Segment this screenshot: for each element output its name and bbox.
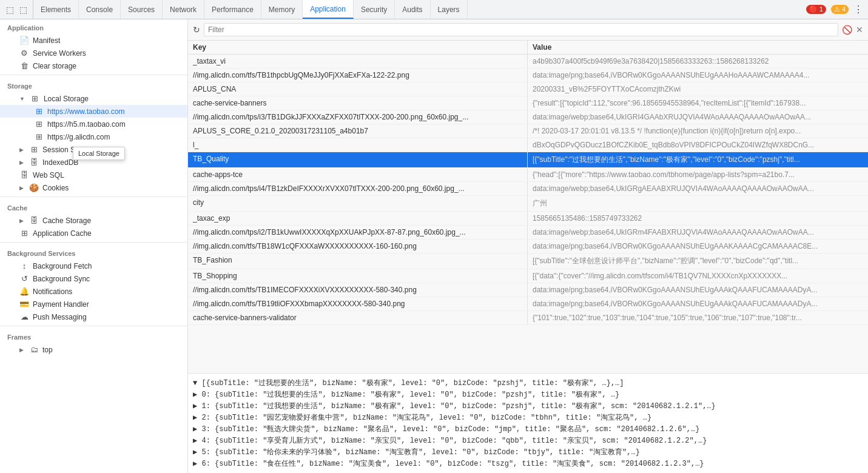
- cell-value: {"result":[{"topicId":112,"score":96.185…: [528, 96, 868, 110]
- push-messaging-icon: ☁: [19, 312, 29, 321]
- table-row[interactable]: TB_Fashion[{"subTitle":"全球创意设计师平台","bizN…: [188, 253, 868, 269]
- sidebar-group-cache-storage[interactable]: ▶ 🗄 Cache Storage: [0, 214, 187, 227]
- more-icon[interactable]: ⋮: [853, 4, 863, 15]
- top-frame-icon: 🗂: [29, 345, 39, 354]
- sidebar-group-cookies[interactable]: ▶ 🍪 Cookies: [0, 181, 187, 194]
- table-row[interactable]: //img.alicdn.com/tps/i3/TB1DGkJJFXXXaZXF…: [188, 110, 868, 124]
- notifications-icon: 🔔: [19, 287, 29, 296]
- cell-key: l_: [188, 138, 528, 152]
- tab-console[interactable]: Console: [79, 0, 121, 19]
- sidebar-item-bg-fetch[interactable]: ↕ Background Fetch: [0, 260, 187, 272]
- sidebar-item-top-frame[interactable]: ▶ 🗂 top: [0, 343, 187, 356]
- section-cache: Cache: [0, 200, 187, 214]
- sidebar-group-local-storage[interactable]: ▼ ⊞ Local Storage: [0, 92, 187, 105]
- table-row[interactable]: _taxac_exp1585665135486::1585749733262: [188, 212, 868, 226]
- filter-input[interactable]: [204, 23, 838, 36]
- table-row[interactable]: APLUS_CNA20200331_vB%2F5FOYTTXoCAcomzjth…: [188, 82, 868, 96]
- sidebar-item-app-cache[interactable]: ⊞ Application Cache: [0, 227, 187, 240]
- bg-sync-icon: ↺: [19, 274, 29, 283]
- cell-value: data:image/png;base64,iVBORw0KGgoAAAANSU…: [528, 283, 868, 297]
- table-header: Key Value: [188, 41, 868, 55]
- sidebar-item-notifications[interactable]: 🔔 Notifications: [0, 285, 187, 298]
- table-row[interactable]: //img.alicdn.com/tfs/TB1thpcbUgQMeJJy0Fj…: [188, 69, 868, 82]
- sidebar-item-ls-alicdn[interactable]: ⊞ https://g.alicdn.com: [0, 130, 187, 143]
- cache-storage-icon: 🗄: [29, 216, 39, 225]
- sidebar-group-session-storage[interactable]: ▶ ⊞ Session Storage: [0, 143, 187, 156]
- sidebar-item-web-sql[interactable]: 🗄 Web SQL: [0, 169, 187, 181]
- sidebar-item-clear-storage[interactable]: 🗑 Clear storage: [0, 59, 187, 72]
- tab-sources[interactable]: Sources: [121, 0, 163, 19]
- sidebar-item-manifest[interactable]: 📄 Manifest: [0, 34, 187, 47]
- table-row[interactable]: _taxtax_via4b9b307a400f5cb949f69e3a76384…: [188, 55, 868, 69]
- sidebar-group-indexed-db[interactable]: ▶ 🗄 IndexedDB: [0, 156, 187, 169]
- table-row[interactable]: //img.alicdn.com/tfs/TB18W1cQFXXXaWXXXXX…: [188, 240, 868, 253]
- preview-line[interactable]: ▶ 0: {subTitle: "过我想要的生活", bizName: "极有家…: [193, 389, 863, 400]
- table-row[interactable]: APLUS_S_CORE_0.21.0_20200317231105_a4b01…: [188, 124, 868, 138]
- sidebar-item-ls-m-taobao[interactable]: ⊞ https://h5.m.taobao.com: [0, 118, 187, 130]
- preview-line[interactable]: ▶ 1: {subTitle: "过我想要的生活", bizName: "极有家…: [193, 400, 863, 412]
- table-row[interactable]: city广州: [188, 196, 868, 212]
- cell-key: cache-service-banners-validator: [188, 311, 528, 324]
- cell-value: [{"subTitle":"全球创意设计师平台","bizName":"腔调",…: [528, 253, 868, 269]
- preview-line[interactable]: ▶ 5: {subTitle: "给你未来的学习体验", bizName: "淘…: [193, 446, 863, 458]
- tab-audits[interactable]: Audits: [395, 0, 430, 19]
- table-row[interactable]: cache-service-banners{"result":[{"topicI…: [188, 96, 868, 110]
- dock-icon[interactable]: ⬚: [5, 5, 15, 15]
- table-row[interactable]: TB_Shopping[{"data":{"cover":"//img.alic…: [188, 269, 868, 283]
- cell-key: cache-service-banners: [188, 96, 528, 110]
- local-storage-icon: ⊞: [30, 94, 40, 103]
- tab-security[interactable]: Security: [354, 0, 395, 19]
- cell-value: data:image/png;base64,iVBORw0KGgoAAAANSU…: [528, 297, 868, 310]
- table-row[interactable]: //img.alicdn.com/tps/i4/TB1zkDeIFXXXXrXV…: [188, 182, 868, 196]
- cell-key: //img.alicdn.com/tfs/TB18W1cQFXXXaWXXXXX…: [188, 240, 528, 253]
- inspect-icon[interactable]: ⬚: [18, 5, 28, 15]
- cell-key: APLUS_CNA: [188, 82, 528, 96]
- clear-storage-icon: 🗑: [19, 61, 29, 70]
- cell-value: data:image/png;base64,iVBORw0KGgoAAAANSU…: [528, 240, 868, 253]
- table-row[interactable]: //img.alicdn.com/tps/i2/TB1kUwwIXXXXXqXp…: [188, 226, 868, 240]
- tab-elements[interactable]: Elements: [33, 0, 79, 19]
- chevron-right-icon4: ▶: [19, 218, 24, 224]
- table-row[interactable]: TB_Quality[{"subTitle":"过我想要的生活","bizNam…: [188, 152, 868, 168]
- col-header-key: Key: [188, 41, 528, 54]
- table-row[interactable]: cache-service-banners-validator{"101":tr…: [188, 311, 868, 325]
- tab-network[interactable]: Network: [163, 0, 204, 19]
- ls-alicdn-icon: ⊞: [34, 132, 44, 141]
- filter-bar: ↻ 🚫 ✕: [188, 19, 868, 41]
- cell-value: data:image/webp;base64,UkIGRm4FAABXRUJQV…: [528, 226, 868, 239]
- preview-line[interactable]: ▼ [{subTitle: "过我想要的生活", bizName: "极有家",…: [193, 377, 863, 389]
- sidebar-item-bg-sync[interactable]: ↺ Background Sync: [0, 272, 187, 285]
- table-row[interactable]: //img.alicdn.com/tfs/TB1IMECOFXXXXiXVXXX…: [188, 283, 868, 297]
- preview-line[interactable]: ▶ 3: {subTitle: "甄选大牌尖货", bizName: "聚名品"…: [193, 423, 863, 435]
- sidebar-item-push-messaging[interactable]: ☁ Push Messaging: [0, 310, 187, 323]
- chevron-right-icon5: ▶: [19, 347, 24, 353]
- sidebar: Application 📄 Manifest ⚙ Service Workers…: [0, 19, 188, 473]
- table-row[interactable]: //img.alicdn.com/tfs/TB19tliOFXXXbmapXXX…: [188, 297, 868, 311]
- tab-performance[interactable]: Performance: [204, 0, 261, 19]
- tab-memory[interactable]: Memory: [261, 0, 303, 19]
- table-row[interactable]: cache-apps-tce{"head":[{"more":"https://…: [188, 168, 868, 182]
- cell-value: data:image/webp;base64,UkIGRI4GAAbXRUJQV…: [528, 110, 868, 124]
- web-sql-icon: 🗄: [19, 170, 29, 179]
- section-storage: Storage: [0, 78, 187, 92]
- close-filter-icon[interactable]: ✕: [856, 25, 863, 35]
- refresh-icon[interactable]: ↻: [193, 25, 200, 35]
- bg-fetch-icon: ↕: [19, 261, 29, 270]
- sidebar-item-service-workers[interactable]: ⚙ Service Workers: [0, 47, 187, 59]
- preview-line[interactable]: ▶ 2: {subTitle: "园艺宠物爱好者集中营", bizName: "…: [193, 412, 863, 423]
- session-storage-icon: ⊞: [29, 145, 39, 154]
- cell-key: //img.alicdn.com/tfs/TB1thpcbUgQMeJJy0Fj…: [188, 69, 528, 82]
- chevron-right-icon2: ▶: [19, 159, 24, 166]
- preview-line[interactable]: ▶ 6: {subTitle: "食在任性", bizName: "淘宝美食",…: [193, 458, 863, 469]
- preview-line[interactable]: ▶ 4: {subTitle: "享受育儿新方式", bizName: "亲宝贝…: [193, 435, 863, 446]
- cell-key: APLUS_S_CORE_0.21.0_20200317231105_a4b01…: [188, 124, 528, 138]
- cell-value: data:image/webp;base64,UkIGRgAEAABXRUJQV…: [528, 182, 868, 195]
- cell-value: data:image/png;base64,iVBORw0KGgoAAAANSU…: [528, 69, 868, 82]
- clear-filter-icon[interactable]: 🚫: [842, 25, 852, 35]
- sidebar-item-ls-taobao[interactable]: ⊞ https://www.taobao.com: [0, 105, 187, 118]
- tab-application[interactable]: Application: [303, 0, 354, 19]
- tab-layers[interactable]: Layers: [431, 0, 468, 19]
- cell-value: 20200331_vB%2F5FOYTTXoCAcomzjthZKwi: [528, 82, 868, 96]
- table-row[interactable]: l_dBxOqGDPvQGDucz1BOfCZKib0E_tqBdb8oVPIV…: [188, 138, 868, 152]
- sidebar-item-payment-handler[interactable]: 💳 Payment Handler: [0, 298, 187, 310]
